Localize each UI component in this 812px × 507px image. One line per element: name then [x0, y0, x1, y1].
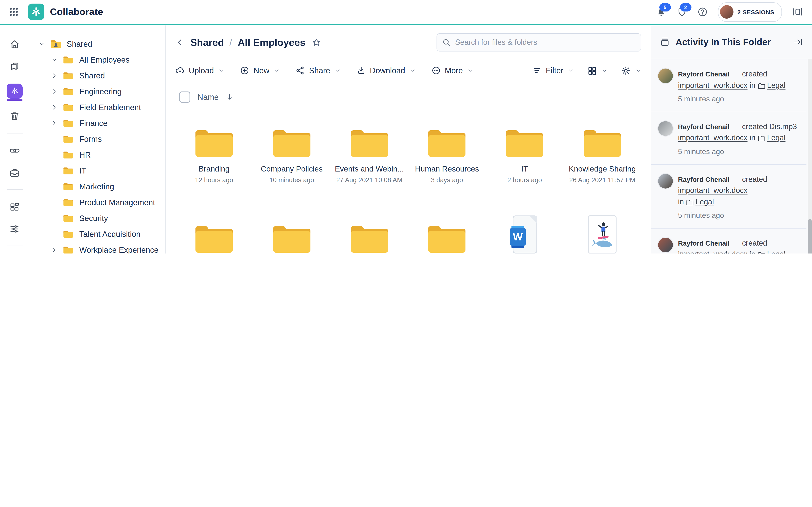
back-button[interactable]: [175, 38, 185, 47]
inbox-icon[interactable]: [9, 167, 20, 177]
gear-icon: [621, 65, 631, 75]
file-time: 27 Aug 2021 10:08 AM: [336, 176, 402, 184]
apps-blocks-icon[interactable]: [9, 201, 20, 212]
download-label: Download: [370, 66, 405, 75]
links-icon[interactable]: [9, 145, 20, 155]
activity-text: Rayford Chenail created important_work.d…: [678, 238, 803, 254]
chevron-down-icon: [468, 68, 473, 73]
file-tile[interactable]: W: [565, 215, 639, 253]
download-button[interactable]: Download: [356, 66, 415, 75]
egnyte-app-item[interactable]: [6, 83, 22, 101]
tree-item[interactable]: Workplace Experience: [29, 242, 165, 253]
trash-icon[interactable]: [9, 111, 19, 121]
file-tile[interactable]: W: [488, 119, 561, 184]
folder-icon: [63, 230, 74, 238]
activity-prep: in: [678, 198, 684, 206]
tree-items: All Employees Shared: [29, 52, 165, 253]
notifications-button[interactable]: 5: [656, 6, 666, 17]
file-icon: W: [194, 119, 234, 158]
chevron-icon[interactable]: [50, 103, 59, 112]
activity-file-link[interactable]: important_work.docx: [678, 134, 748, 142]
security-button[interactable]: 2: [677, 7, 687, 17]
activity-in-folder: in Legal: [750, 81, 785, 89]
folder-icon: [504, 126, 545, 158]
file-tile[interactable]: W: [177, 215, 251, 253]
folder-icon: [63, 166, 74, 175]
app-launcher-icon[interactable]: [9, 7, 19, 17]
help-button[interactable]: [698, 7, 708, 17]
select-all-checkbox[interactable]: [179, 92, 190, 103]
tree-item[interactable]: Talent Acquisition: [29, 226, 165, 242]
file-tile[interactable]: W: [333, 119, 406, 184]
file-tile[interactable]: W: [410, 215, 484, 253]
settings-sliders-icon[interactable]: [9, 223, 20, 234]
folder-icon: [427, 126, 467, 158]
tree-item[interactable]: Shared: [29, 68, 165, 83]
tree-item[interactable]: Product Management: [29, 194, 165, 210]
activity-folder-link[interactable]: Legal: [758, 134, 785, 142]
name-column-header[interactable]: Name: [197, 93, 219, 102]
tree-item[interactable]: HR: [29, 147, 165, 163]
more-button[interactable]: More: [431, 66, 473, 75]
download-icon: [356, 66, 366, 75]
chevron-down-icon: [636, 68, 641, 73]
more-icon: [431, 66, 441, 75]
activity-folder-link[interactable]: Legal: [758, 250, 785, 254]
filter-button[interactable]: Filter: [532, 66, 574, 75]
bookmarks-icon[interactable]: [9, 61, 19, 72]
tree-item[interactable]: Field Enablement: [29, 99, 165, 115]
tree-item[interactable]: Forms: [29, 131, 165, 147]
tree-item[interactable]: Marketing: [29, 179, 165, 194]
breadcrumb-parent[interactable]: Shared: [190, 37, 224, 48]
activity-folder-link[interactable]: Legal: [686, 198, 714, 206]
activity-file-link[interactable]: important_work.docx: [678, 185, 748, 196]
chevron-icon[interactable]: [50, 245, 59, 253]
file-icon: W: [271, 215, 312, 253]
activity-file-link[interactable]: important_work.docx: [678, 81, 748, 89]
chevron-down-icon: [410, 68, 415, 73]
sort-descending-icon[interactable]: [226, 93, 234, 101]
tree-item[interactable]: Finance: [29, 115, 165, 131]
settings-button[interactable]: [621, 65, 641, 75]
file-tile[interactable]: W: [255, 215, 328, 253]
tree-item[interactable]: All Employees: [29, 52, 165, 68]
file-tile[interactable]: W: [333, 215, 406, 253]
file-tile[interactable]: W: [410, 119, 484, 184]
file-tile[interactable]: W: [255, 119, 328, 184]
tree-item[interactable]: Security: [29, 210, 165, 226]
collapse-panel-icon[interactable]: [793, 37, 803, 47]
favorite-star-icon[interactable]: [312, 38, 321, 47]
activity-scrollbar[interactable]: [808, 59, 812, 253]
share-button[interactable]: Share: [296, 66, 341, 75]
avatar: [658, 68, 673, 83]
scrollbar-thumb[interactable]: [808, 219, 812, 253]
view-mode-button[interactable]: [587, 65, 607, 75]
chevron-down-icon[interactable]: [37, 40, 46, 48]
file-tile[interactable]: W: [177, 119, 251, 184]
file-tile[interactable]: W: [565, 119, 639, 184]
chevron-icon[interactable]: [50, 119, 59, 127]
collaborate-logo-icon[interactable]: [28, 4, 44, 20]
folder-icon: [63, 103, 74, 112]
activity-file-link[interactable]: important_work.docx: [678, 250, 748, 254]
chevron-icon[interactable]: [50, 87, 59, 96]
sessions-button[interactable]: 2 SESSIONS: [718, 2, 782, 21]
tree-item[interactable]: IT: [29, 163, 165, 179]
chevron-icon[interactable]: [50, 71, 59, 80]
file-time: 26 Aug 2021 11:57 PM: [569, 176, 635, 184]
tree-item[interactable]: Engineering: [29, 83, 165, 99]
tree-root-shared[interactable]: Shared: [29, 36, 165, 52]
list-header: Name: [175, 84, 641, 110]
activity-text: Rayford Chenail created important_work.d…: [678, 174, 767, 221]
search-input[interactable]: [437, 33, 641, 52]
panel-toggle-button[interactable]: [792, 6, 803, 17]
file-tile[interactable]: W: [488, 215, 561, 253]
activity-folder-link[interactable]: Legal: [758, 81, 785, 89]
upload-button[interactable]: Upload: [175, 66, 224, 75]
breadcrumb-current: All Employees: [238, 37, 305, 48]
chevron-icon[interactable]: [50, 55, 59, 64]
home-icon[interactable]: [9, 39, 19, 50]
share-icon: [296, 66, 305, 75]
panels-icon: [792, 6, 803, 17]
new-button[interactable]: New: [240, 66, 280, 75]
